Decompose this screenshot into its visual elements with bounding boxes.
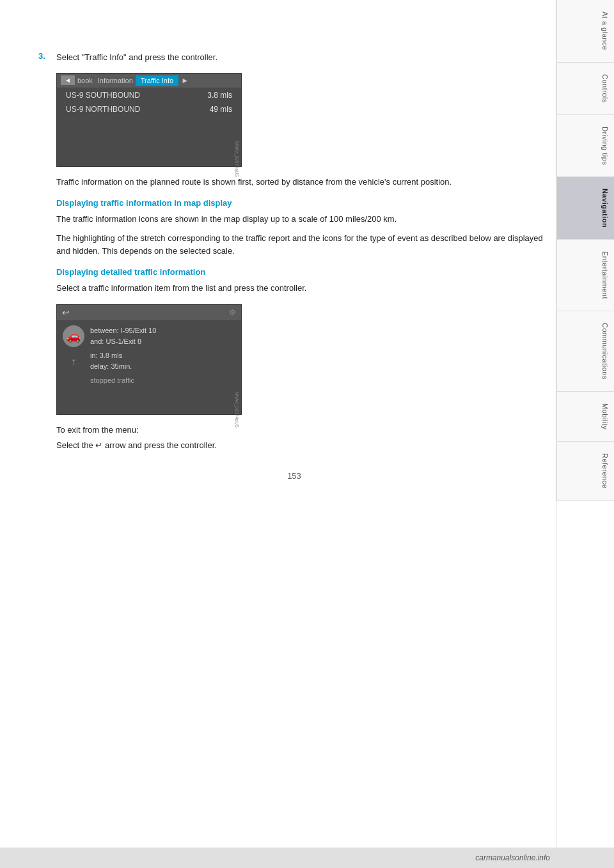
detail-status: stopped traffic (90, 375, 156, 387)
sidebar-tab-entertainment[interactable]: Entertainment (556, 240, 614, 311)
screen-row-1: US-9 SOUTHBOUND 3.8 mls (57, 88, 241, 102)
page-number: 153 (38, 471, 550, 481)
bottom-bar: carmanualsonline.info (0, 848, 614, 868)
sidebar-tab-navigation[interactable]: Navigation (556, 177, 614, 240)
website-label: carmanualsonline.info (475, 853, 550, 862)
detail-body: 🚗 ↑ between: I-95/Exit 10 and: US-1/Exit… (57, 320, 241, 392)
section-heading-detailed: Displaying detailed traffic information (56, 267, 550, 278)
sidebar-tab-at-a-glance[interactable]: At a glance (556, 0, 614, 63)
exit-line-1: To exit from the menu: (56, 424, 550, 437)
detail-back-icon: ↩ (62, 307, 70, 318)
screen-arrow-icon: ► (181, 76, 189, 85)
screen-label-information: Information (98, 77, 133, 84)
para-3: The highlighting of the stretch correspo… (56, 232, 550, 258)
route-value-2: 49 mls (210, 105, 232, 114)
exit-line-2: Select the ↵ arrow and press the control… (56, 439, 550, 452)
para-2: The traffic information icons are shown … (56, 213, 550, 226)
section-heading-map-display: Displaying traffic information in map di… (56, 198, 550, 209)
detail-icon-column: 🚗 ↑ (62, 325, 85, 387)
step-number: 3. (38, 51, 50, 64)
detail-delay: delay: 35min. (90, 361, 156, 373)
route-value-1: 3.8 mls (207, 91, 232, 100)
route-label-1: US-9 SOUTHBOUND (66, 91, 140, 100)
para-4: Select a traffic information item from t… (56, 282, 550, 295)
screen1-watermark: NNAV_02073aUS (235, 141, 239, 160)
step-text: Select "Traffic Info" and press the cont… (56, 51, 217, 64)
screen-label-book: book (77, 77, 93, 84)
screen-active-tab: Traffic Info (136, 75, 178, 86)
traffic-info-screen: ◄ book Information Traffic Info ► US-9 S… (56, 73, 242, 167)
detail-screen: ↩ ⚙ 🚗 ↑ between: I-95/Exit 10 and: US-1/… (56, 304, 242, 415)
sidebar-divider (556, 0, 556, 868)
sidebar-tab-mobility[interactable]: Mobility (556, 392, 614, 442)
screen-back-btn: ◄ (61, 75, 75, 85)
route-label-2: US-9 NORTHBOUND (66, 105, 140, 114)
detail-between: between: I-95/Exit 10 (90, 325, 156, 337)
screen-row-2: US-9 NORTHBOUND 49 mls (57, 102, 241, 116)
traffic-icon: 🚗 (63, 325, 84, 347)
screen2-watermark: NNAV_02074aUS (235, 392, 239, 411)
sidebar-tab-communications[interactable]: Communications (556, 311, 614, 392)
detail-header-right-icon: ⚙ (229, 308, 236, 317)
screen-header: ◄ book Information Traffic Info ► (57, 74, 241, 88)
step-3: 3. Select "Traffic Info" and press the c… (38, 51, 550, 64)
sidebar-tab-reference[interactable]: Reference (556, 442, 614, 500)
sidebar-tab-driving-tips[interactable]: Driving tips (556, 115, 614, 177)
detail-header: ↩ ⚙ (57, 305, 241, 320)
detail-in: in: 3.8 mls (90, 350, 156, 362)
para-1: Traffic information on the planned route… (56, 176, 550, 189)
detail-text-column: between: I-95/Exit 10 and: US-1/Exit 8 i… (90, 325, 156, 387)
direction-arrow-icon: ↑ (71, 356, 76, 368)
main-content: 3. Select "Traffic Info" and press the c… (38, 0, 550, 525)
detail-and: and: US-1/Exit 8 (90, 336, 156, 348)
sidebar-tab-controls[interactable]: Controls (556, 63, 614, 115)
